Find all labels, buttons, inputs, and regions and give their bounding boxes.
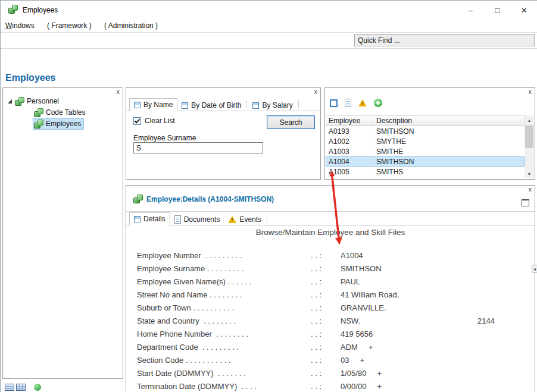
tab-label: Documents	[184, 215, 220, 224]
cell-employee: A1004	[326, 156, 373, 167]
table-row-selected[interactable]: A1004 SMITHSON	[326, 156, 524, 167]
table-grid-icon[interactable]	[16, 384, 26, 391]
column-header-description[interactable]: Description	[373, 116, 524, 126]
cell-description: SMYTHE	[373, 137, 524, 146]
list-panel-close-icon[interactable]: x	[529, 89, 532, 95]
menu-framework[interactable]: ( Framework )	[42, 20, 97, 32]
tab-by-date-of-birth[interactable]: By Date of Birth	[177, 99, 245, 111]
splitter-collapse-arrow-icon[interactable]: ◄	[532, 265, 537, 273]
field-value: PAUL	[341, 277, 360, 286]
component-icon	[34, 108, 43, 117]
field-label: State and Country . . . . . . . .	[137, 316, 311, 325]
tree-panel-close-icon[interactable]: x	[117, 89, 120, 95]
tab-details[interactable]: Details	[129, 212, 170, 225]
menu-windows[interactable]: Windows	[1, 20, 40, 32]
field-separator: . . :	[311, 343, 341, 352]
tab-by-salary[interactable]: By Salary	[248, 99, 296, 111]
window-icon	[252, 102, 259, 109]
table-row[interactable]: A0193 SMITHSON	[326, 126, 524, 136]
quick-find-input[interactable]	[354, 34, 535, 46]
clear-list-checkbox-row[interactable]: Clear List	[133, 117, 175, 125]
field-separator: . . :	[311, 330, 341, 338]
column-header-employee[interactable]: Employee	[326, 116, 373, 126]
maximize-button[interactable]: □	[484, 1, 511, 20]
field-value: 0/00/00	[341, 382, 366, 391]
tab-separator	[246, 101, 247, 108]
detail-field-row: Home Phone Number . . . . . . . . . . : …	[126, 327, 535, 340]
table-row[interactable]: A1002 SMYTHE	[326, 136, 524, 146]
field-label: Start Date (DDMMYY) . . . . . . .	[137, 369, 311, 378]
green-status-icon[interactable]	[34, 384, 41, 391]
menu-administration[interactable]: ( Administration )	[99, 20, 163, 32]
detail-field-row: State and Country . . . . . . . . . . : …	[126, 314, 535, 327]
field-separator: . . :	[311, 264, 341, 273]
search-panel-close-icon[interactable]: x	[314, 89, 318, 95]
window-title: Employees	[23, 6, 58, 14]
field-label: Home Phone Number . . . . . . . .	[137, 330, 311, 338]
close-button[interactable]: ✕	[511, 1, 537, 20]
keyboard-grid-icon[interactable]	[5, 384, 14, 391]
tree-selection-highlight: Employees	[33, 119, 83, 129]
cell-employee: A1006	[326, 177, 373, 178]
window-controls: – □ ✕	[457, 1, 537, 20]
table-row[interactable]: A1006 SMITHERS	[326, 177, 524, 178]
field-label: Employee Number . . . . . . . . .	[137, 251, 311, 260]
titlebar: Employees – □ ✕	[1, 1, 537, 20]
details-subtitle: Browse/Maintain Employee and Skill Files	[126, 228, 535, 237]
table-row[interactable]: A1003 SMITHE	[326, 146, 524, 156]
tab-separator	[267, 215, 267, 222]
field-separator: . . :	[311, 369, 341, 378]
tree-item-label: Code Tables	[46, 108, 86, 117]
statusbar	[5, 384, 41, 391]
tab-documents[interactable]: Documents	[170, 214, 224, 225]
detail-field-row: Employee Number . . . . . . . . . . . : …	[126, 249, 535, 262]
search-button[interactable]: Search	[267, 115, 315, 129]
minimize-button[interactable]: –	[457, 1, 484, 20]
scrollbar-thumb[interactable]	[525, 126, 533, 148]
surname-input[interactable]	[133, 142, 263, 153]
field-label: Employee Surname . . . . . . . . .	[137, 264, 311, 273]
tab-by-name[interactable]: By Name	[129, 98, 177, 111]
detail-field-row: Street No and Name . . . . . . . . . . :…	[126, 288, 535, 301]
details-view-icon[interactable]	[330, 99, 338, 107]
app-icon-glyph	[8, 5, 17, 14]
tree-item-label: Personnel	[27, 97, 59, 105]
employee-grid: Employee Description A0193 SMITHSON A100…	[326, 115, 524, 178]
field-label: Section Code . . . . . . . . . . .	[137, 356, 311, 365]
tree-item-personnel[interactable]: Personnel	[3, 96, 123, 106]
tab-separator	[298, 101, 299, 108]
navigation-tree-panel: x Personnel Code Tables Employees	[2, 87, 123, 379]
table-row[interactable]: A1005 SMITHS	[326, 167, 524, 177]
field-separator: . . :	[311, 356, 341, 365]
warning-icon[interactable]	[358, 99, 367, 106]
field-value: 03	[341, 356, 349, 365]
field-prompt-button[interactable]: +	[377, 382, 382, 391]
search-panel: x By Name By Date of Birth By Salary Cle…	[126, 87, 321, 180]
vertical-scrollbar[interactable]: ▲ ▼	[524, 115, 534, 178]
scroll-up-icon[interactable]: ▲	[524, 115, 534, 125]
field-separator: . . :	[311, 316, 341, 325]
details-panel-close-icon[interactable]: x	[529, 186, 532, 193]
field-label: Suburb or Town . . . . . . . . . .	[137, 303, 311, 312]
window-icon	[182, 102, 188, 109]
clear-list-checkbox[interactable]	[133, 117, 141, 125]
tab-events[interactable]: Events	[224, 214, 266, 225]
detail-field-row: Section Code . . . . . . . . . . . . . :…	[126, 353, 535, 366]
field-value: ADM	[341, 343, 358, 352]
field-value: A1004	[341, 251, 363, 260]
grid-header: Employee Description	[326, 115, 524, 126]
field-prompt-button[interactable]: +	[369, 343, 373, 352]
field-prompt-button[interactable]: +	[360, 356, 364, 365]
field-prompt-button[interactable]: +	[377, 369, 382, 378]
list-toolbar	[330, 98, 382, 108]
employee-details-panel: x Employee:Details (A1004-SMITHSON) Deta…	[126, 185, 535, 392]
document-icon[interactable]	[345, 99, 351, 107]
tree-item-employees[interactable]: Employees	[3, 118, 123, 129]
tree-item-code-tables[interactable]: Code Tables	[3, 107, 123, 118]
scroll-down-icon[interactable]: ▼	[524, 169, 534, 178]
add-icon[interactable]	[374, 99, 382, 107]
tab-label: Details	[143, 215, 166, 223]
tree-expander-icon[interactable]	[8, 99, 12, 104]
cell-employee: A0193	[326, 126, 373, 136]
panel-maximize-icon[interactable]	[522, 199, 529, 206]
